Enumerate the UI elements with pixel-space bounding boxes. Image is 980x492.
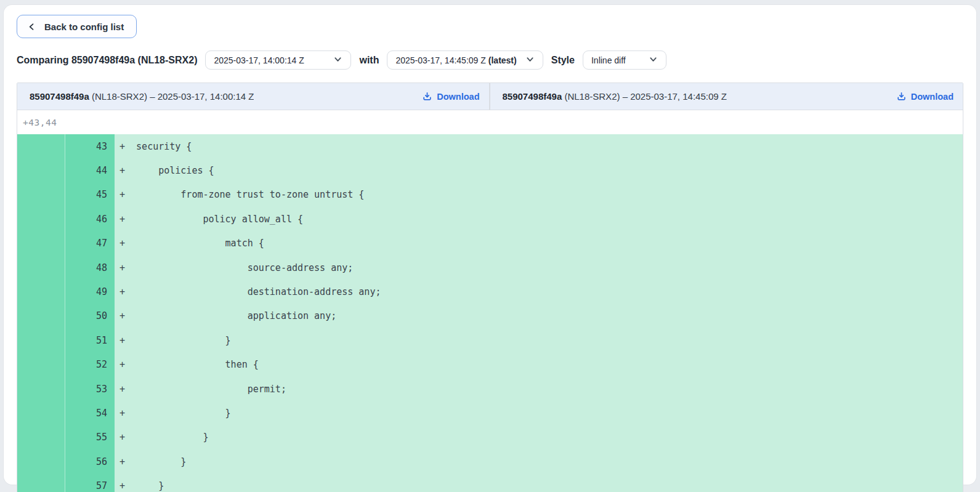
line-number: 57: [65, 474, 115, 492]
line-number: 50: [65, 304, 115, 328]
line-code: + then {: [115, 353, 963, 377]
back-to-config-list-button[interactable]: Back to config list: [17, 15, 137, 38]
diff-gutter-marker: [17, 377, 65, 401]
left-version-header: 85907498f49a (NL18-SRX2) – 2025-03-17, 1…: [17, 83, 490, 110]
diff-gutter-marker: [17, 183, 65, 207]
right-config-meta: (NL18-SRX2) – 2025-03-17, 14:45:09 Z: [562, 91, 727, 102]
diff-gutter-marker: [17, 353, 65, 377]
left-download-label: Download: [437, 92, 479, 102]
chevron-down-icon: [649, 55, 658, 66]
diff-gutter-marker: [17, 232, 65, 256]
line-number: 43: [65, 134, 115, 158]
line-code: + security {: [115, 134, 963, 158]
download-icon: [422, 91, 432, 102]
diff-gutter-marker: [17, 401, 65, 425]
line-number: 55: [65, 425, 115, 450]
line-code: + source-address any;: [115, 256, 963, 280]
left-config-id: 85907498f49a: [30, 91, 89, 102]
diff-gutter-marker: [17, 474, 65, 492]
diff-style-value: Inline diff: [591, 55, 626, 65]
diff-line-row: 56 + }: [17, 450, 963, 474]
line-code: + policies {: [115, 158, 963, 182]
diff-gutter-marker: [17, 280, 65, 304]
diff-gutter-marker: [17, 207, 65, 231]
left-download-link[interactable]: Download: [422, 91, 479, 102]
right-download-link[interactable]: Download: [896, 91, 954, 102]
diff-gutter-marker: [17, 425, 65, 450]
left-version-title: 85907498f49a (NL18-SRX2) – 2025-03-17, 1…: [30, 91, 254, 102]
line-code: + from-zone trust to-zone untrust {: [115, 183, 963, 207]
line-code: + }: [115, 450, 963, 474]
diff-line-row: 43 + security {: [17, 134, 963, 158]
diff-gutter-marker: [17, 328, 65, 352]
comparing-label: Comparing 85907498f49a (NL18-SRX2): [17, 55, 197, 66]
diff-line-row: 44 + policies {: [17, 158, 963, 182]
diff-line-row: 45 + from-zone trust to-zone untrust {: [17, 183, 963, 207]
line-number: 53: [65, 377, 115, 401]
to-version-value: 2025-03-17, 14:45:09 Z(latest): [395, 55, 516, 65]
page-content: Back to config list Comparing 85907498f4…: [4, 5, 976, 492]
line-number: 49: [65, 280, 115, 304]
right-config-id: 85907498f49a: [503, 91, 562, 102]
line-number: 47: [65, 232, 115, 256]
diff-line-row: 55 + }: [17, 425, 963, 450]
diff-version-headers: 85907498f49a (NL18-SRX2) – 2025-03-17, 1…: [17, 83, 963, 110]
diff-line-row: 47 + match {: [17, 232, 963, 256]
line-number: 45: [65, 183, 115, 207]
latest-badge: (latest): [488, 55, 517, 65]
line-code: + destination-address any;: [115, 280, 963, 304]
line-number: 54: [65, 401, 115, 425]
diff-line-row: 53 + permit;: [17, 377, 963, 401]
style-label: Style: [551, 55, 575, 66]
right-version-title: 85907498f49a (NL18-SRX2) – 2025-03-17, 1…: [503, 91, 727, 102]
diff-line-row: 51 + }: [17, 328, 963, 352]
line-number: 48: [65, 256, 115, 280]
left-config-meta: (NL18-SRX2) – 2025-03-17, 14:00:14 Z: [89, 91, 254, 102]
diff-style-dropdown[interactable]: Inline diff: [583, 50, 666, 70]
back-button-label: Back to config list: [44, 22, 124, 32]
diff-line-row: 57 + }: [17, 474, 963, 492]
hunk-header-text: +43,44: [23, 118, 57, 127]
diff-gutter-marker: [17, 134, 65, 158]
diff-line-row: 52 + then {: [17, 353, 963, 377]
main-card: Back to config list Comparing 85907498f4…: [4, 5, 976, 485]
diff-line-row: 49 + destination-address any;: [17, 280, 963, 304]
to-version-dropdown[interactable]: 2025-03-17, 14:45:09 Z(latest): [387, 50, 543, 70]
hunk-header: +43,44: [17, 110, 963, 134]
diff-container: 85907498f49a (NL18-SRX2) – 2025-03-17, 1…: [17, 83, 963, 492]
line-code: + }: [115, 425, 963, 450]
download-icon: [896, 91, 907, 102]
line-number: 56: [65, 450, 115, 474]
diff-gutter-marker: [17, 304, 65, 328]
line-code: + }: [115, 474, 963, 492]
line-code: + match {: [115, 232, 963, 256]
line-number: 51: [65, 328, 115, 352]
line-number: 46: [65, 207, 115, 231]
line-code: + permit;: [115, 377, 963, 401]
from-version-value: 2025-03-17, 14:00:14 Z: [214, 55, 304, 65]
diff-gutter-marker: [17, 450, 65, 474]
diff-gutter-marker: [17, 158, 65, 182]
with-label: with: [359, 55, 379, 66]
right-version-header: 85907498f49a (NL18-SRX2) – 2025-03-17, 1…: [490, 83, 963, 110]
diff-line-row: 48 + source-address any;: [17, 256, 963, 280]
diff-line-row: 54 + }: [17, 401, 963, 425]
chevron-down-icon: [333, 55, 342, 66]
diff-line-row: 46 + policy allow_all {: [17, 207, 963, 231]
line-code: + application any;: [115, 304, 963, 328]
from-version-dropdown[interactable]: 2025-03-17, 14:00:14 Z: [205, 50, 351, 70]
compare-bar: Comparing 85907498f49a (NL18-SRX2) 2025-…: [17, 50, 963, 70]
diff-line-row: 50 + application any;: [17, 304, 963, 328]
right-download-label: Download: [911, 92, 954, 102]
diff-lines: 43 + security { 44 + policies { 45 + fro…: [17, 134, 963, 492]
line-number: 44: [65, 158, 115, 182]
line-number: 52: [65, 353, 115, 377]
line-code: + policy allow_all {: [115, 207, 963, 231]
chevron-left-icon: [28, 23, 36, 31]
chevron-down-icon: [525, 55, 535, 66]
diff-gutter-marker: [17, 256, 65, 280]
line-code: + }: [115, 328, 963, 352]
line-code: + }: [115, 401, 963, 425]
